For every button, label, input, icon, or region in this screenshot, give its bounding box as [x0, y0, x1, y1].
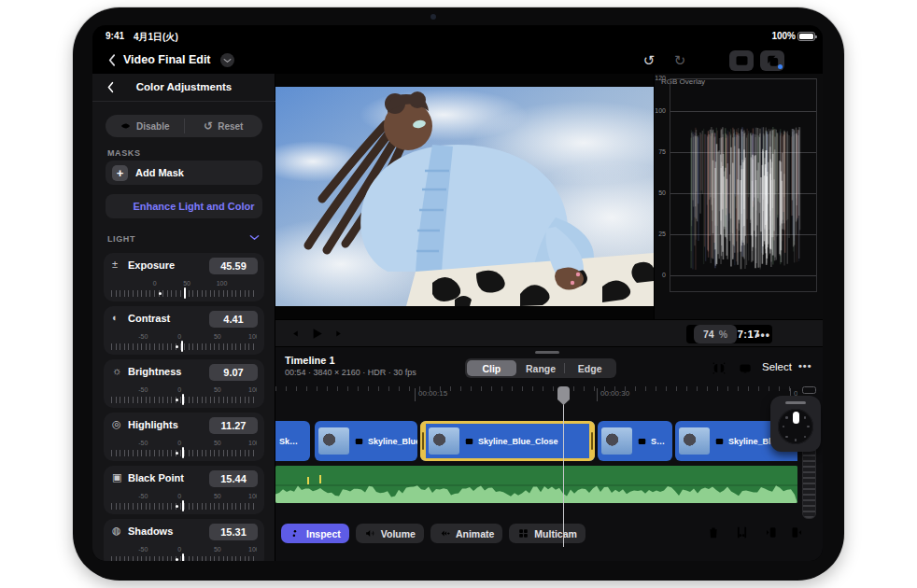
shadows-ruler[interactable]: -50 0 50 100	[111, 546, 257, 561]
panel-title: Color Adjustments	[92, 81, 275, 92]
clock: 9:41	[106, 31, 124, 41]
undo-icon[interactable]: ↺	[637, 50, 661, 71]
clip-thumbnail	[679, 427, 710, 455]
clip-skyline-partial[interactable]: Sk…	[275, 421, 310, 461]
inspect-button[interactable]: Inspect	[281, 524, 349, 543]
timeline-more-icon[interactable]: •••	[798, 360, 812, 371]
volume-button[interactable]: Volume	[356, 524, 424, 543]
contrast-ruler[interactable]: -50 0 50 100	[111, 333, 257, 352]
back-chevron-icon[interactable]	[107, 53, 116, 67]
slider-black-point: ▣ Black Point 15.44 -50 0 50 100	[104, 466, 264, 514]
jog-wheel-panel[interactable]	[770, 396, 821, 452]
redo-icon[interactable]: ↻	[668, 50, 692, 71]
skip-back-icon[interactable]	[289, 328, 301, 340]
battery-percent: 100%	[771, 31, 796, 41]
browser-icon[interactable]	[698, 50, 723, 71]
timeline-name[interactable]: Timeline 1	[285, 355, 335, 366]
trim-handle-right[interactable]	[589, 424, 595, 458]
contrast-value[interactable]: 4.41	[209, 311, 258, 328]
playhead[interactable]	[563, 386, 564, 547]
pencil-icon[interactable]	[508, 50, 532, 71]
disable-button[interactable]: Disable	[106, 115, 184, 137]
light-collapse-chevron-icon[interactable]	[249, 234, 260, 241]
magic-wand-icon	[113, 200, 126, 213]
export-icon[interactable]	[410, 50, 434, 71]
effects-icon[interactable]	[760, 50, 784, 71]
preview-frame-image	[275, 87, 654, 306]
color-adjustments-panel: Color Adjustments Disable ↺Reset MASKS +…	[92, 74, 275, 561]
clip-thumbnail	[429, 427, 459, 455]
black-point-value[interactable]: 15.44	[209, 470, 258, 487]
jog-drag-handle[interactable]	[785, 401, 806, 404]
highlights-ruler[interactable]: -50 0 50 100	[111, 440, 257, 458]
front-camera	[430, 14, 436, 20]
trash-icon[interactable]	[703, 525, 724, 540]
clip-skyline-blue-close[interactable]: Skyline_Blue_Close	[420, 421, 595, 461]
exposure-icon: ±	[112, 259, 118, 270]
effects-badge	[778, 64, 783, 69]
mode-clip[interactable]: Clip	[467, 360, 516, 376]
photo-icon	[637, 437, 647, 446]
slider-highlights: ◎ Highlights 11.27 -50 0 50 100	[104, 413, 264, 461]
contrast-icon: ◐	[112, 312, 119, 323]
edit-actions-group	[703, 525, 808, 540]
snapping-icon[interactable]	[711, 360, 727, 376]
transport-bar: 00:00:27:17 74% •••	[275, 319, 823, 347]
clip-skyline-short[interactable]: S…	[598, 421, 672, 461]
clip-skyline-blue-wide[interactable]: Skyline_Blue_Wide	[315, 421, 417, 461]
video-camera-icon[interactable]	[443, 50, 467, 71]
trim-handle-left[interactable]	[420, 424, 426, 458]
overlay-view-icon[interactable]	[737, 360, 754, 376]
clip-thumbnail	[601, 427, 632, 455]
viewer-more-icon[interactable]: •••	[755, 329, 770, 342]
exposure-value[interactable]: 45.59	[209, 258, 258, 274]
center-toolbar-group	[410, 50, 532, 71]
rgb-overlay-scope: RGB Overlay 120 100 75 50 25 0	[654, 74, 823, 319]
clip-thumbnail	[318, 427, 349, 455]
shadows-value[interactable]: 15.31	[209, 524, 258, 540]
multicam-button[interactable]: Multicam	[509, 524, 585, 543]
app-screen: 9:41 4月1日(火) 100% Video Final Edit ↺ ↻	[92, 25, 823, 561]
timeline-info: 00:54 · 3840 × 2160 · HDR · 30 fps	[285, 368, 416, 377]
blade-icon[interactable]	[731, 525, 752, 540]
audio-track[interactable]	[275, 466, 797, 503]
ipad-device-frame: 9:41 4月1日(火) 100% Video Final Edit ↺ ↻	[73, 7, 844, 581]
viewer-zoom-control[interactable]: 74%	[694, 325, 737, 343]
track-height-button-1[interactable]	[802, 386, 816, 394]
enhance-light-color-button[interactable]: Enhance Light and Color	[106, 194, 262, 218]
right-toolbar-group: ↺ ↻	[637, 50, 815, 71]
brightness-value[interactable]: 9.07	[209, 364, 258, 381]
light-wand-icon[interactable]	[224, 231, 237, 244]
reset-button[interactable]: ↺Reset	[185, 115, 263, 137]
select-button[interactable]: Select	[762, 361, 792, 372]
mode-range[interactable]: Range	[516, 360, 566, 376]
mode-edge[interactable]: Edge	[565, 360, 614, 376]
project-title-chevron-icon[interactable]	[220, 53, 234, 67]
skip-forward-icon[interactable]	[333, 328, 346, 340]
media-icon[interactable]	[729, 50, 754, 71]
exposure-ruler[interactable]: 0 50 100	[111, 280, 257, 299]
timeline-ruler[interactable]: 00:00:15 00:00:30 00:00:45	[275, 385, 797, 409]
video-preview[interactable]	[275, 74, 654, 319]
status-date: 4月1日(火)	[134, 31, 178, 44]
overwrite-icon[interactable]	[787, 525, 808, 540]
brightness-icon: ☼	[112, 365, 121, 376]
play-icon[interactable]	[309, 326, 325, 342]
photo-icon	[464, 437, 474, 446]
brightness-ruler[interactable]: -50 0 50 100	[111, 386, 257, 405]
jog-marker	[793, 412, 799, 424]
jog-wheel[interactable]	[778, 409, 813, 444]
timeline-panel: Timeline 1 00:54 · 3840 × 2160 · HDR · 3…	[275, 347, 823, 561]
project-title[interactable]: Video Final Edit	[123, 53, 211, 66]
highlights-value[interactable]: 11.27	[209, 417, 258, 434]
black-point-ruler[interactable]: -50 0 50 100	[111, 493, 257, 511]
resize-handle[interactable]	[535, 351, 559, 354]
more-icon[interactable]	[791, 50, 815, 71]
slider-contrast: ◐ Contrast 4.41 -50 0 50 100	[104, 306, 264, 355]
insert-icon[interactable]	[759, 525, 780, 540]
add-mask-button[interactable]: + Add Mask	[106, 161, 262, 185]
animate-button[interactable]: Animate	[430, 524, 502, 543]
battery-icon	[797, 32, 815, 41]
audio-waveform	[275, 466, 797, 503]
mic-icon[interactable]	[475, 50, 500, 71]
